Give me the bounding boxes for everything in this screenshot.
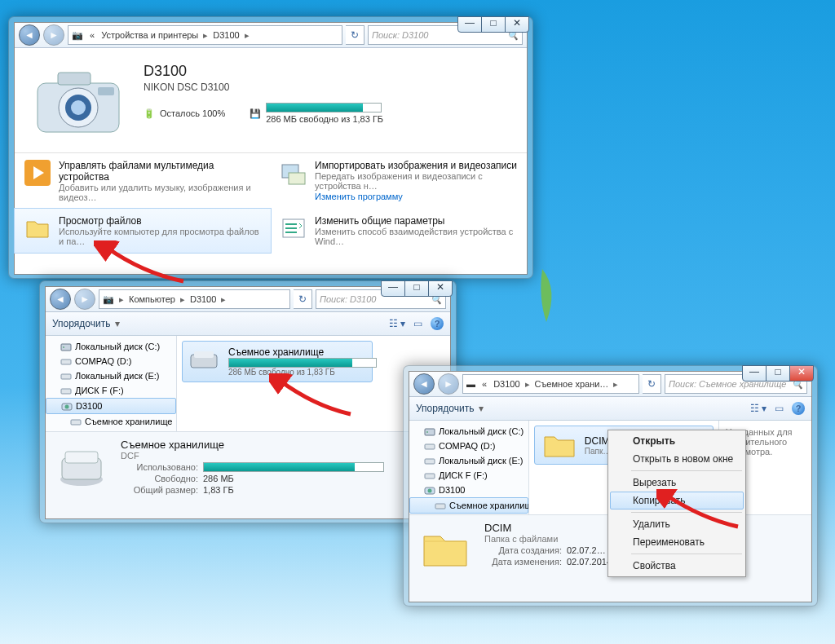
removable-storage-item[interactable]: Съемное хранилище 286 МБ свободно из 1,8… bbox=[182, 341, 373, 382]
tree-item[interactable]: Съемное хранилище bbox=[46, 414, 176, 429]
help-button[interactable]: ? bbox=[431, 317, 444, 330]
tree-item[interactable]: ДИСК F (F:) bbox=[46, 383, 176, 398]
minimize-button[interactable]: — bbox=[381, 280, 405, 297]
menu-item-копировать[interactable]: Копировать bbox=[610, 492, 744, 509]
folder-icon bbox=[419, 522, 471, 574]
refresh-button[interactable]: ↻ bbox=[294, 289, 312, 309]
back-button[interactable]: ◄ bbox=[50, 289, 71, 310]
minimize-button[interactable]: — bbox=[457, 16, 482, 33]
organize-button[interactable]: Упорядочить bbox=[52, 318, 110, 329]
organize-button[interactable]: Упорядочить bbox=[416, 403, 474, 414]
forward-button[interactable]: ► bbox=[43, 24, 64, 46]
task-change-settings[interactable]: Изменить общие параметрыИзменить способ … bbox=[271, 209, 527, 253]
explorer-window-1: — □ ✕ ◄ ► 📷▸ Компьютер▸ D3100▸ ↻ Поиск: … bbox=[39, 280, 457, 523]
tree-item[interactable]: D3100 bbox=[46, 398, 176, 414]
maximize-button[interactable]: □ bbox=[481, 16, 506, 33]
drive-icon bbox=[70, 416, 82, 427]
tree-item[interactable]: D3100 bbox=[409, 483, 528, 497]
view-button[interactable]: ☷ ▾ bbox=[750, 403, 767, 414]
preview-pane-button[interactable]: ▭ bbox=[413, 318, 422, 329]
svg-rect-14 bbox=[61, 374, 71, 379]
drive-icon bbox=[60, 385, 72, 396]
svg-rect-27 bbox=[425, 459, 435, 464]
drive-icon bbox=[60, 355, 72, 367]
minimize-button[interactable]: — bbox=[742, 365, 767, 382]
drive-icon bbox=[424, 470, 435, 481]
preview-pane-button[interactable]: ▭ bbox=[775, 403, 784, 414]
breadcrumb[interactable]: 📷▸ Компьютер▸ D3100▸ bbox=[99, 289, 290, 309]
task-browse-files[interactable]: Просмотр файловИспользуйте компьютер для… bbox=[15, 209, 271, 253]
drive-icon bbox=[60, 370, 72, 382]
hdd-icon bbox=[424, 426, 435, 437]
menu-item-открыть в новом окне[interactable]: Открыть в новом окне bbox=[610, 450, 744, 468]
svg-rect-23 bbox=[65, 452, 98, 463]
menu-item-переименовать[interactable]: Переименовать bbox=[610, 533, 744, 551]
nav-tree[interactable]: Локальный диск (C:)COMPAQ (D:)Локальный … bbox=[409, 421, 529, 514]
tree-item[interactable]: Локальный диск (C:) bbox=[409, 424, 528, 439]
details-title: Съемное хранилище bbox=[121, 439, 384, 451]
drive-icon bbox=[55, 439, 108, 491]
back-button[interactable]: ◄ bbox=[19, 24, 40, 46]
camera-icon bbox=[424, 484, 435, 496]
camera-icon bbox=[29, 63, 127, 144]
tree-item[interactable]: COMPAQ (D:) bbox=[409, 439, 528, 453]
storage-bar bbox=[266, 103, 382, 112]
hdd-icon bbox=[60, 341, 72, 352]
maximize-button[interactable]: □ bbox=[766, 365, 790, 382]
menu-item-свойства[interactable]: Свойства bbox=[610, 557, 744, 575]
device-window: — □ ✕ ◄ ► 📷 « Устройства и принтеры▸ D31… bbox=[8, 16, 533, 279]
refresh-button[interactable]: ↻ bbox=[346, 25, 364, 45]
breadcrumb[interactable]: ▬ « D3100▸ Съемное храни…▸ bbox=[462, 374, 639, 394]
svg-point-25 bbox=[426, 431, 428, 433]
menu-item-вырезать[interactable]: Вырезать bbox=[610, 474, 744, 492]
battery-icon: 🔋 bbox=[144, 108, 155, 119]
tree-item[interactable]: ДИСК F (F:) bbox=[409, 468, 528, 483]
tree-item[interactable]: Локальный диск (E:) bbox=[46, 368, 176, 383]
svg-rect-28 bbox=[425, 474, 435, 479]
svg-point-12 bbox=[63, 346, 64, 348]
svg-rect-11 bbox=[61, 344, 71, 351]
task-import[interactable]: Импортировать изображения и видеозаписиП… bbox=[271, 153, 527, 209]
breadcrumb[interactable]: 📷 « Устройства и принтеры▸ D3100▸ bbox=[68, 25, 342, 45]
svg-rect-24 bbox=[425, 429, 435, 435]
svg-point-30 bbox=[428, 489, 432, 493]
sdcard-icon: 💾 bbox=[250, 108, 261, 119]
device-model: NIKON DSC D3100 bbox=[144, 82, 383, 93]
menu-item-открыть[interactable]: Открыть bbox=[610, 432, 744, 450]
tree-item[interactable]: Съемное хранилище bbox=[409, 497, 528, 514]
drive-icon bbox=[424, 455, 435, 466]
drive-icon bbox=[435, 500, 446, 511]
forward-button[interactable]: ► bbox=[74, 289, 95, 310]
svg-rect-9 bbox=[289, 173, 305, 184]
address-bar: ◄ ► 📷 « Устройства и принтеры▸ D3100▸ ↻ … bbox=[15, 23, 527, 48]
view-button[interactable]: ☷ ▾ bbox=[389, 318, 405, 329]
nav-tree[interactable]: Локальный диск (C:)COMPAQ (D:)Локальный … bbox=[46, 336, 177, 431]
svg-rect-13 bbox=[61, 359, 71, 364]
svg-point-4 bbox=[71, 100, 86, 115]
task-manage-media[interactable]: Управлять файлами мультимедиа устройства… bbox=[15, 153, 271, 209]
refresh-button[interactable]: ↻ bbox=[643, 374, 661, 394]
svg-rect-5 bbox=[98, 87, 114, 95]
help-button[interactable]: ? bbox=[792, 402, 805, 415]
details-subtitle: DCF bbox=[121, 451, 384, 461]
svg-rect-1 bbox=[58, 73, 91, 85]
storage-text: 286 МБ свободно из 1,83 ГБ bbox=[266, 114, 383, 124]
device-name: D3100 bbox=[144, 63, 383, 80]
storage-bar bbox=[228, 358, 377, 368]
tree-item[interactable]: Локальный диск (E:) bbox=[409, 453, 528, 468]
back-button[interactable]: ◄ bbox=[413, 373, 435, 395]
menu-item-удалить[interactable]: Удалить bbox=[610, 515, 744, 533]
explorer-window-2: — □ ✕ ◄ ► ▬ « D3100▸ Съемное храни…▸ ↻ П… bbox=[403, 365, 818, 607]
maximize-button[interactable]: □ bbox=[404, 280, 429, 297]
tree-item[interactable]: Локальный диск (C:) bbox=[46, 339, 176, 354]
close-button[interactable]: ✕ bbox=[789, 365, 814, 382]
forward-button[interactable]: ► bbox=[438, 373, 459, 395]
tree-item[interactable]: COMPAQ (D:) bbox=[46, 354, 176, 368]
battery-text: Осталось 100% bbox=[160, 108, 225, 118]
close-button[interactable]: ✕ bbox=[428, 280, 453, 297]
svg-rect-18 bbox=[71, 420, 81, 425]
close-button[interactable]: ✕ bbox=[505, 16, 529, 33]
svg-rect-26 bbox=[425, 444, 435, 449]
svg-rect-15 bbox=[61, 389, 71, 394]
change-program-link[interactable]: Изменить программу bbox=[315, 192, 403, 201]
